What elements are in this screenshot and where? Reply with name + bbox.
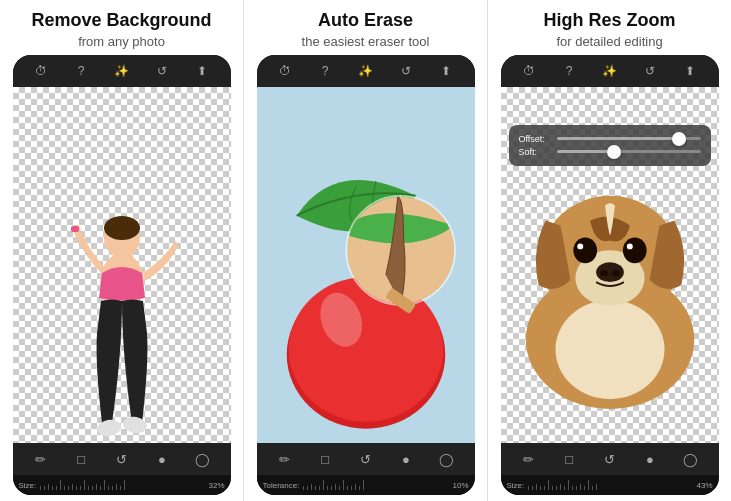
eye-icon-3[interactable]: ◯ (680, 449, 700, 469)
svg-point-20 (622, 237, 646, 263)
woman-figure (57, 153, 187, 443)
svg-point-24 (600, 270, 608, 276)
phone-3-ruler: Size: 43% (501, 475, 719, 495)
panel-1-header: Remove Background from any photo (0, 0, 243, 55)
share-icon-3: ⬆ (681, 62, 699, 80)
phone-2-screen (257, 87, 475, 443)
panel-3-subtitle: for detailed editing (496, 34, 723, 49)
rotate-icon-3: ↺ (641, 62, 659, 80)
ruler-2-value: 10% (452, 481, 468, 490)
ruler-2-label: Tolerance: (263, 481, 300, 490)
eye-icon-2[interactable]: ◯ (436, 449, 456, 469)
pencil-icon-2[interactable]: ✏ (275, 449, 295, 469)
clock-icon: ⏱ (32, 62, 50, 80)
share-icon: ⬆ (193, 62, 211, 80)
wand-icon-2: ✨ (356, 62, 374, 80)
offset-thumb[interactable] (672, 132, 686, 146)
panel-1-subtitle: from any photo (8, 34, 235, 49)
phone-3-topbar: ⏱ ? ✨ ↺ ⬆ (501, 55, 719, 87)
phone-3-bottombar: ✏ □ ↺ ● ◯ (501, 443, 719, 475)
soft-thumb[interactable] (607, 145, 621, 159)
help-icon-2: ? (316, 62, 334, 80)
rotate-left-icon-2[interactable]: ↺ (355, 449, 375, 469)
panel-3-header: High Res Zoom for detailed editing (488, 0, 731, 55)
phone-1-ruler: Size: 32% (13, 475, 231, 495)
panel-2-header: Auto Erase the easiest eraser tool (244, 0, 487, 55)
pencil-icon-3[interactable]: ✏ (519, 449, 539, 469)
phone-1-topbar: ⏱ ? ✨ ↺ ⬆ (13, 55, 231, 87)
soft-fill (557, 150, 615, 153)
phone-2: ⏱ ? ✨ ↺ ⬆ (257, 55, 475, 495)
eraser-icon-3[interactable]: □ (559, 449, 579, 469)
offset-label: Offset: (519, 134, 551, 144)
panel-high-res-zoom: High Res Zoom for detailed editing ⏱ ? ✨… (488, 0, 731, 501)
panel-auto-erase: Auto Erase the easiest eraser tool ⏱ ? ✨… (244, 0, 488, 501)
rotate-left-icon-3[interactable]: ↺ (599, 449, 619, 469)
soft-row: Soft: (519, 147, 701, 157)
help-icon: ? (72, 62, 90, 80)
phone-1: ⏱ ? ✨ ↺ ⬆ (13, 55, 231, 495)
eye-icon[interactable]: ◯ (192, 449, 212, 469)
rotate-icon: ↺ (153, 62, 171, 80)
wand-icon: ✨ (112, 62, 130, 80)
ruler-1-label: Size: (19, 481, 37, 490)
panel-2-subtitle: the easiest eraser tool (252, 34, 479, 49)
offset-track[interactable] (557, 137, 701, 140)
phone-1-bottombar: ✏ □ ↺ ● ◯ (13, 443, 231, 475)
svg-point-4 (121, 415, 147, 435)
ruler-3-ticks (528, 480, 692, 490)
rotate-icon-2: ↺ (397, 62, 415, 80)
offset-fill (557, 137, 679, 140)
svg-point-25 (611, 270, 619, 276)
camera-icon[interactable]: ● (152, 449, 172, 469)
phone-3: ⏱ ? ✨ ↺ ⬆ (501, 55, 719, 495)
wand-icon-3: ✨ (600, 62, 618, 80)
eraser-icon[interactable]: □ (71, 449, 91, 469)
phone-1-screen (13, 87, 231, 443)
svg-rect-5 (71, 226, 79, 232)
eraser-icon-2[interactable]: □ (315, 449, 335, 469)
rotate-left-icon[interactable]: ↺ (111, 449, 131, 469)
help-icon-3: ? (560, 62, 578, 80)
ruler-1-ticks (40, 480, 204, 490)
apple-scene (257, 87, 475, 443)
phone-2-ruler: Tolerance: 10% (257, 475, 475, 495)
soft-label: Soft: (519, 147, 551, 157)
svg-point-22 (626, 243, 632, 249)
zoom-overlay-panel: Offset: Soft: (509, 125, 711, 166)
share-icon-2: ⬆ (437, 62, 455, 80)
svg-point-21 (577, 243, 583, 249)
clock-icon-2: ⏱ (276, 62, 294, 80)
camera-icon-2[interactable]: ● (396, 449, 416, 469)
panel-2-title: Auto Erase (252, 10, 479, 32)
svg-point-17 (555, 299, 664, 398)
offset-row: Offset: (519, 134, 701, 144)
phone-3-screen: Offset: Soft: (501, 87, 719, 443)
svg-point-3 (95, 418, 121, 438)
ruler-3-label: Size: (507, 481, 525, 490)
svg-point-19 (573, 237, 597, 263)
phone-2-bottombar: ✏ □ ↺ ● ◯ (257, 443, 475, 475)
panel-3-title: High Res Zoom (496, 10, 723, 32)
svg-point-23 (596, 262, 624, 282)
ruler-2-ticks (303, 480, 448, 490)
ruler-1-value: 32% (208, 481, 224, 490)
phone-2-topbar: ⏱ ? ✨ ↺ ⬆ (257, 55, 475, 87)
camera-icon-3[interactable]: ● (640, 449, 660, 469)
app-screenshot: Remove Background from any photo ⏱ ? ✨ ↺… (0, 0, 731, 501)
pencil-icon[interactable]: ✏ (31, 449, 51, 469)
soft-track[interactable] (557, 150, 701, 153)
ruler-3-value: 43% (696, 481, 712, 490)
svg-point-2 (104, 216, 140, 240)
panel-remove-bg: Remove Background from any photo ⏱ ? ✨ ↺… (0, 0, 244, 501)
panel-1-title: Remove Background (8, 10, 235, 32)
clock-icon-3: ⏱ (520, 62, 538, 80)
